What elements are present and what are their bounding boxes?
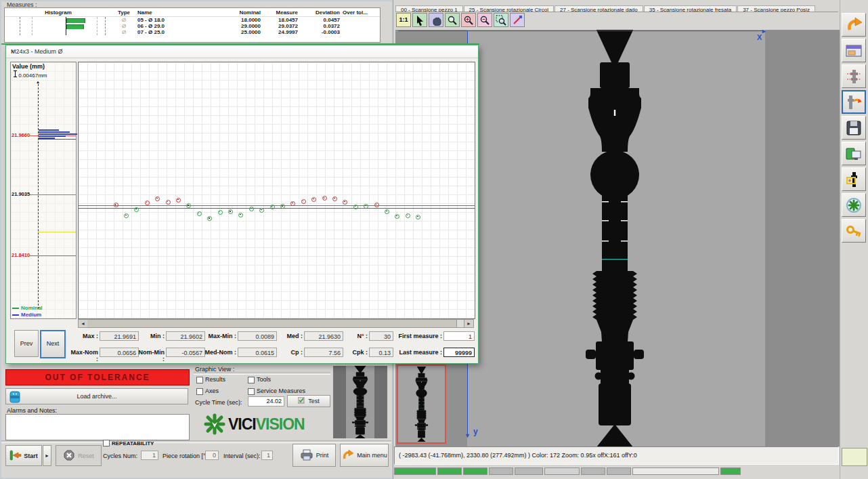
stat-field: 7.56	[304, 348, 343, 357]
corner-button[interactable]	[842, 448, 867, 466]
measurement-chart[interactable]	[78, 62, 475, 319]
taskbar-item[interactable]	[632, 467, 719, 475]
cycles-num-field[interactable]: 1	[141, 451, 158, 460]
cycle-time-field[interactable]: 24.02	[248, 396, 284, 407]
alarms-notes-textarea[interactable]	[5, 414, 190, 440]
tab-scan-program[interactable]: 35 - Scansione rotazionale fresata	[644, 5, 737, 12]
tab-scan-program[interactable]: 00 - Scansione pezzo 1	[395, 5, 463, 12]
taskbar-item[interactable]	[720, 467, 741, 475]
scroll-right-icon[interactable]: ►	[464, 320, 473, 327]
taskbar-item[interactable]	[463, 467, 487, 475]
repeatability-checkbox[interactable]	[103, 440, 110, 446]
pan-tool-button[interactable]	[429, 13, 443, 27]
archive-icon	[9, 391, 21, 404]
taskbar-item[interactable]	[544, 467, 580, 475]
measures-table[interactable]: HistogramTypeNameNominalMeasureDeviation…	[4, 7, 381, 43]
key-button[interactable]	[842, 219, 866, 243]
reset-button[interactable]: Reset	[56, 445, 102, 466]
zoom-in-button[interactable]	[461, 13, 476, 27]
taskbar-item[interactable]	[515, 467, 543, 475]
axis-reference-line	[30, 194, 76, 195]
start-options-button[interactable]: ►	[43, 445, 51, 466]
tab-scan-program[interactable]: 37 - Scansione pezzo Posiz	[737, 5, 815, 12]
graphic-view-checkbox[interactable]	[248, 377, 255, 383]
main-menu-arrow-icon	[341, 449, 354, 462]
measure-type-icon: Ø	[112, 29, 136, 35]
measure-range-input[interactable]: 1	[443, 331, 475, 341]
axis-line	[38, 84, 39, 309]
interval-field[interactable]: 1	[261, 451, 273, 460]
chart-point	[218, 210, 223, 215]
stat-label: First measure :	[393, 333, 442, 339]
measure-line-button[interactable]	[510, 13, 525, 27]
next-button[interactable]: Next	[40, 330, 66, 358]
stat-label: Min :	[136, 333, 165, 339]
test-button[interactable]: Test	[287, 395, 330, 407]
cursor-tool-button[interactable]	[412, 13, 427, 27]
axis-tick-label: 21.8410	[12, 252, 30, 258]
part-camera-button[interactable]	[842, 167, 866, 191]
table-cell: 0.0457	[299, 17, 341, 23]
graphic-view-checkbox[interactable]	[196, 377, 203, 383]
table-row[interactable]: Ø07 - Ø 25.025.000024.9997-0.0003	[5, 29, 380, 35]
column-header: Nominal	[219, 9, 262, 16]
stat-label: Max-Min :	[202, 333, 236, 339]
taskbar-item[interactable]	[581, 467, 605, 475]
chart-point	[364, 204, 368, 209]
start-button[interactable]: Start	[5, 445, 42, 466]
taskbar-item[interactable]	[607, 467, 631, 475]
ibeam-icon	[14, 70, 17, 77]
dialog-titlebar[interactable]: M24x3 - Medium Ø ×	[6, 45, 478, 58]
close-icon[interactable]: ×	[11, 48, 474, 55]
distribution-bar	[39, 136, 66, 137]
taskbar-item[interactable]	[394, 467, 436, 475]
save-button[interactable]	[842, 116, 866, 140]
taskbar-item[interactable]	[437, 467, 462, 475]
table-cell: 24.9997	[262, 29, 299, 35]
window-view-button[interactable]	[842, 39, 866, 62]
chart-point	[280, 204, 285, 209]
zoom-tool-button[interactable]	[445, 13, 460, 27]
chart-hscrollbar[interactable]: ◄ ►	[78, 319, 474, 328]
scale-1to1-button[interactable]: 1:1	[396, 13, 411, 27]
measure-type-icon: Ø	[112, 23, 136, 29]
part-probe-button[interactable]	[842, 90, 866, 114]
measure-range-input[interactable]: 99999	[443, 348, 475, 357]
chart-point	[416, 215, 420, 220]
navigator-thumbnail[interactable]	[397, 365, 446, 444]
part-silhouette	[574, 30, 655, 446]
tab-scan-program[interactable]: 27 - Scansione rotazionale dado	[555, 5, 643, 12]
graphic-view-checkbox[interactable]	[196, 388, 203, 395]
back-button[interactable]	[842, 13, 866, 37]
value-axis-panel: Value (mm) 0.00467mm ▲ 21.966021.903521.…	[10, 62, 77, 319]
main-menu-button[interactable]: Main menu	[340, 444, 389, 467]
chart-point	[343, 200, 347, 205]
report-icon	[845, 146, 863, 162]
tab-scan-program[interactable]: 25 - Scansione rotazionale Circol	[464, 5, 554, 12]
zoom-out-button[interactable]	[477, 13, 492, 27]
piece-rotation-field[interactable]: 0	[205, 451, 219, 460]
scroll-left-icon[interactable]: ◄	[79, 320, 88, 327]
part-tolerance-button[interactable]	[842, 64, 866, 88]
chart-point	[134, 207, 139, 212]
table-cell: 06 - Ø 29.0	[136, 23, 219, 29]
x-axis-label: X	[757, 33, 762, 41]
cycle-time-label: Cycle Time (sec):	[195, 399, 242, 406]
piece-rotation-label: Piece rotation [°]:	[162, 453, 209, 459]
scroll-thumb[interactable]	[87, 320, 457, 327]
zoom-out-icon	[479, 15, 490, 26]
vici-button[interactable]	[842, 193, 866, 217]
prev-button[interactable]: Prev	[14, 330, 39, 357]
table-row[interactable]: Ø05 - Ø 18.018.000018.04570.0457	[5, 17, 380, 23]
load-archive-button[interactable]: Load archive...	[5, 388, 188, 404]
report-button[interactable]	[842, 142, 866, 165]
chart-point	[385, 209, 389, 214]
table-row[interactable]: Ø06 - Ø 29.029.000029.03720.0372	[5, 23, 380, 29]
zoom-icon	[447, 15, 458, 26]
distribution-bar	[39, 138, 55, 139]
graphic-view-checkbox[interactable]	[248, 388, 255, 395]
zoom-region-button[interactable]	[494, 13, 508, 27]
cycles-num-label: Cycles Num:	[103, 453, 137, 459]
print-button[interactable]: Print	[292, 444, 336, 467]
taskbar-item[interactable]	[489, 467, 513, 475]
